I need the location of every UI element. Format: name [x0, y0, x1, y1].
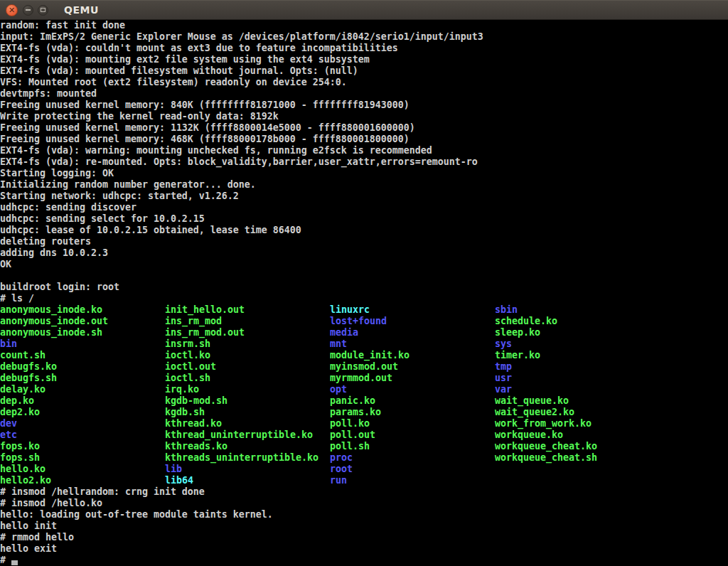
boot-log-line: Write protecting the kernel read-only da…: [0, 111, 728, 122]
file-entry-exec: myrmmod.out: [330, 373, 495, 384]
boot-log-line: EXT4-fs (vda): re-mounted. Opts: block_v…: [0, 156, 728, 168]
shell-output-line: # insmod /hellrandom: crng init done: [0, 486, 728, 498]
ls-output-row: delay.koirq.kooptvar: [0, 384, 728, 395]
file-entry-exec: delay.ko: [0, 384, 165, 395]
file-entry-exec: ioctl.sh: [165, 373, 330, 384]
file-entry-dir: run: [330, 475, 347, 486]
file-entry-exec: poll.ko: [330, 418, 495, 429]
ls-output-row: anonymous_inode.outins_rm_modlost+founds…: [0, 316, 728, 327]
file-entry-exec: dep.ko: [0, 395, 165, 407]
file-entry-exec: sleep.ko: [495, 327, 540, 338]
file-entry-exec: kthreads_uninterruptible.ko: [165, 452, 330, 464]
boot-log-line: udhcpc: sending select for 10.0.2.15: [0, 213, 728, 225]
file-entry-exec: module_init.ko: [330, 350, 495, 361]
boot-log-line: EXT4-fs (vda): mounted filesystem withou…: [0, 65, 728, 77]
file-entry-exec: fops.sh: [0, 452, 165, 464]
shell-output-line: # rmmod hello: [0, 532, 728, 543]
file-entry-dir: bin: [0, 338, 165, 350]
file-entry-exec: work_from_work.ko: [495, 418, 592, 429]
terminal-screen[interactable]: random: fast init doneinput: ImExPS/2 Ge…: [0, 20, 728, 566]
file-entry-dir: dev: [0, 418, 165, 429]
ls-output-row: dep.kokgdb-mod.shpanic.kowait_queue.ko: [0, 395, 728, 407]
boot-log-line: EXT4-fs (vda): couldn't mount as ext3 du…: [0, 43, 728, 54]
file-entry-link: linuxrc: [330, 304, 495, 316]
close-icon: ✕: [9, 6, 15, 14]
file-entry-exec: wait_queue2.ko: [495, 407, 574, 418]
maximize-icon: [41, 8, 46, 12]
ls-output-row: debugfs.shioctl.shmyrmmod.outusr: [0, 373, 728, 384]
file-entry-exec: kgdb.sh: [165, 407, 330, 418]
file-entry-dir: etc: [0, 429, 165, 441]
file-entry-exec: ioctl.out: [165, 361, 330, 373]
file-entry-exec: hello2.ko: [0, 475, 165, 486]
file-entry-exec: kgdb-mod.sh: [165, 395, 330, 407]
shell-output-line: hello init: [0, 520, 728, 532]
file-entry-exec: schedule.ko: [495, 316, 557, 327]
file-entry-exec: kthread.ko: [165, 418, 330, 429]
shell-output-line: # insmod /hello.ko: [0, 498, 728, 509]
ls-output-row: etckthread_uninterruptible.kopoll.outwor…: [0, 429, 728, 441]
file-entry-dir: mnt: [330, 338, 495, 350]
file-entry-exec: debugfs.ko: [0, 361, 165, 373]
boot-log-line: input: ImExPS/2 Generic Explorer Mouse a…: [0, 31, 728, 43]
close-button[interactable]: ✕: [6, 4, 18, 16]
file-entry-exec: anonymous_inode.ko: [0, 304, 165, 316]
ls-output-row: fops.shkthreads_uninterruptible.koprocwo…: [0, 452, 728, 464]
file-entry-exec: poll.sh: [330, 441, 495, 452]
file-entry-exec: ins_rm_mod: [165, 316, 330, 327]
boot-log-line: devtmpfs: mounted: [0, 88, 728, 100]
file-entry-exec: hello.ko: [0, 464, 165, 475]
boot-log-line: udhcpc: sending discover: [0, 202, 728, 213]
titlebar: ✕ QEMU: [0, 0, 728, 20]
ls-output-row: debugfs.koioctl.outmyinsmod.outtmp: [0, 361, 728, 373]
file-entry-dir: lib: [165, 464, 330, 475]
qemu-window: ✕ QEMU random: fast init doneinput: ImEx…: [0, 0, 728, 566]
file-entry-exec: dep2.ko: [0, 407, 165, 418]
file-entry-dir: media: [330, 327, 495, 338]
file-entry-dir: var: [495, 384, 512, 395]
boot-log-line: EXT4-fs (vda): mounting ext2 file system…: [0, 54, 728, 65]
file-entry-exec: workqueue_cheat.ko: [495, 441, 597, 452]
file-entry-link: lib64: [165, 475, 330, 486]
boot-log-line: VFS: Mounted root (ext2 filesystem) read…: [0, 77, 728, 88]
boot-log-line: EXT4-fs (vda): warning: mounting uncheck…: [0, 145, 728, 156]
boot-log-line: Freeing unused kernel memory: 468K (ffff…: [0, 134, 728, 145]
file-entry-dir: tmp: [495, 361, 512, 373]
minimize-button[interactable]: [23, 5, 33, 16]
ls-output-row: bininsrm.shmntsys: [0, 338, 728, 350]
file-entry-exec: params.ko: [330, 407, 495, 418]
ls-output-row: hello.kolibroot: [0, 464, 728, 475]
file-entry-dir: opt: [330, 384, 495, 395]
file-entry-dir: lost+found: [330, 316, 495, 327]
ls-output-row: fops.kokthreads.kopoll.shworkqueue_cheat…: [0, 441, 728, 452]
file-entry-exec: myinsmod.out: [330, 361, 495, 373]
file-entry-exec: init_hello.out: [165, 304, 330, 316]
file-entry-dir: usr: [495, 373, 512, 384]
boot-log-line: [0, 270, 728, 282]
boot-log-line: Initializing random number generator... …: [0, 179, 728, 191]
file-entry-exec: timer.ko: [495, 350, 540, 361]
boot-log-line: Starting network: udhcpc: started, v1.26…: [0, 191, 728, 202]
boot-log-line: deleting routers: [0, 236, 728, 247]
file-entry-dir: root: [330, 464, 353, 475]
boot-log-line: Freeing unused kernel memory: 840K (ffff…: [0, 100, 728, 111]
file-entry-exec: workqueue_cheat.sh: [495, 452, 597, 464]
file-entry-exec: count.sh: [0, 350, 165, 361]
ls-output-row: hello2.kolib64run: [0, 475, 728, 486]
boot-log-line: OK: [0, 259, 728, 270]
file-entry-exec: panic.ko: [330, 395, 495, 407]
file-entry-exec: fops.ko: [0, 441, 165, 452]
file-entry-exec: insrm.sh: [165, 338, 330, 350]
file-entry-exec: kthreads.ko: [165, 441, 330, 452]
ls-output-row: dep2.kokgdb.shparams.kowait_queue2.ko: [0, 407, 728, 418]
login-line: buildroot login: root: [0, 282, 728, 293]
file-entry-exec: poll.out: [330, 429, 495, 441]
file-entry-exec: ioctl.ko: [165, 350, 330, 361]
window-title: QEMU: [64, 4, 99, 16]
ls-output-row: anonymous_inode.shins_rm_mod.outmediasle…: [0, 327, 728, 338]
ls-output-row: count.shioctl.komodule_init.kotimer.ko: [0, 350, 728, 361]
terminal-cursor: [11, 560, 18, 565]
maximize-button[interactable]: [38, 5, 48, 16]
file-entry-exec: debugfs.sh: [0, 373, 165, 384]
file-entry-dir: sys: [495, 338, 512, 350]
